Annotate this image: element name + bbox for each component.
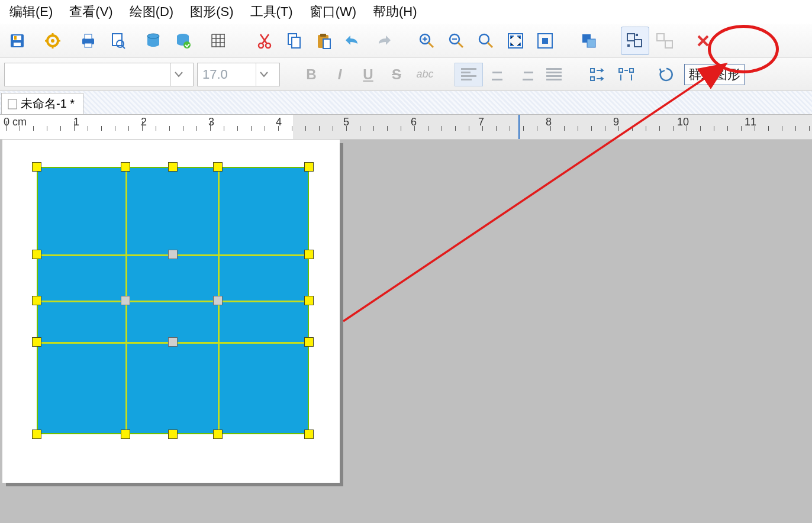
underline-button[interactable]: U: [354, 63, 382, 86]
selection-handle[interactable]: [304, 430, 314, 439]
svg-rect-61: [8, 99, 17, 109]
svg-rect-59: [619, 69, 623, 72]
chevron-down-icon[interactable]: [170, 63, 186, 86]
selection-handle[interactable]: [304, 337, 314, 347]
selection-handle[interactable]: [168, 430, 178, 439]
zoom-out-icon[interactable]: [442, 27, 471, 55]
print-preview-icon[interactable]: [104, 27, 132, 55]
cut-icon[interactable]: [250, 27, 279, 55]
menu-tools[interactable]: 工具(T): [242, 1, 301, 23]
menu-draw[interactable]: 绘图(D): [121, 1, 182, 23]
selection-handle[interactable]: [213, 162, 223, 172]
inner-handle[interactable]: [121, 296, 130, 305]
database-icon[interactable]: [139, 27, 167, 55]
text-effects-button[interactable]: abc: [411, 63, 439, 86]
align-center-icon[interactable]: [483, 63, 511, 86]
bold-button[interactable]: B: [297, 63, 326, 86]
redo-icon[interactable]: [369, 27, 397, 55]
zoom-selection-icon[interactable]: [531, 27, 559, 55]
svg-line-15: [123, 46, 125, 49]
svg-rect-57: [591, 69, 594, 72]
svg-rect-55: [657, 34, 664, 41]
svg-rect-58: [591, 77, 594, 80]
database-refresh-icon[interactable]: [169, 27, 197, 55]
selection-handle[interactable]: [304, 162, 314, 172]
align-justify-icon[interactable]: [540, 63, 568, 86]
main-toolbar: [0, 24, 812, 58]
svg-rect-60: [630, 69, 633, 72]
svg-rect-2: [14, 43, 21, 46]
font-name-input[interactable]: [5, 67, 170, 82]
strikethrough-button[interactable]: S: [382, 63, 411, 86]
gear-icon[interactable]: [38, 27, 67, 55]
inner-handle[interactable]: [168, 250, 178, 259]
document-tab[interactable]: 未命名-1 *: [1, 93, 83, 114]
selection-handle[interactable]: [121, 430, 130, 439]
zoom-fit-icon[interactable]: [501, 27, 530, 55]
selection-handle[interactable]: [304, 250, 314, 259]
paste-icon[interactable]: [310, 27, 338, 55]
align-left-icon[interactable]: [455, 63, 483, 86]
rotate-icon[interactable]: [652, 63, 681, 86]
document-tab-label: 未命名-1 *: [21, 96, 75, 112]
svg-rect-33: [292, 37, 300, 48]
menu-help[interactable]: 帮助(H): [365, 1, 426, 23]
horizontal-ruler[interactable]: 0 cm 1 2 3 4 5 6 7 8 9 10 11: [0, 115, 812, 140]
svg-rect-3: [14, 36, 17, 40]
ruler-guide-marker: [518, 115, 520, 139]
print-icon[interactable]: [74, 27, 102, 55]
document-tab-strip: 未命名-1 *: [0, 91, 812, 115]
font-name-combo[interactable]: [4, 63, 194, 86]
selection-handle[interactable]: [32, 430, 41, 439]
distribute-vertical-icon[interactable]: [612, 63, 640, 86]
selection-handle[interactable]: [213, 430, 223, 439]
save-icon[interactable]: [3, 27, 31, 55]
zoom-icon[interactable]: [472, 27, 500, 55]
selection-handle[interactable]: [32, 296, 41, 305]
selection-handle[interactable]: [168, 162, 178, 172]
svg-rect-35: [320, 34, 326, 37]
menu-window[interactable]: 窗口(W): [301, 1, 365, 23]
copy-icon[interactable]: [280, 27, 308, 55]
svg-line-38: [428, 43, 433, 47]
svg-rect-52: [634, 40, 642, 47]
svg-rect-50: [587, 39, 595, 47]
menu-edit[interactable]: 编辑(E): [1, 1, 61, 23]
menu-shape[interactable]: 图形(S): [182, 1, 241, 23]
selection-handle[interactable]: [304, 296, 314, 305]
selection-handle[interactable]: [32, 337, 41, 347]
selection-handle[interactable]: [121, 162, 130, 172]
menu-view[interactable]: 查看(V): [61, 1, 121, 23]
svg-rect-56: [665, 41, 672, 48]
inner-handle[interactable]: [168, 337, 178, 347]
drawing-canvas[interactable]: [0, 140, 812, 523]
italic-button[interactable]: I: [326, 63, 354, 86]
grid-toggle-icon[interactable]: [204, 27, 233, 55]
svg-rect-54: [627, 44, 630, 47]
ruler-label-0: 0 cm: [4, 116, 27, 128]
selection-handle[interactable]: [32, 162, 41, 172]
ruler-label: 6: [411, 116, 417, 128]
chevron-down-icon[interactable]: [256, 63, 271, 86]
undo-icon[interactable]: [339, 27, 368, 55]
font-size-combo[interactable]: [197, 63, 280, 86]
ungroup-icon[interactable]: [650, 27, 679, 55]
group-icon[interactable]: [621, 27, 649, 55]
svg-point-5: [51, 39, 54, 43]
inner-handle[interactable]: [213, 296, 223, 305]
distribute-horizontal-icon[interactable]: [584, 63, 612, 86]
menubar: 编辑(E) 查看(V) 绘图(D) 图形(S) 工具(T) 窗口(W) 帮助(H…: [0, 0, 812, 24]
bring-front-icon[interactable]: [575, 27, 603, 55]
page: [2, 140, 340, 483]
selected-shape-group[interactable]: [37, 167, 309, 434]
group-shapes-tooltip: 群组图形: [684, 64, 745, 85]
svg-line-45: [488, 43, 492, 47]
selection-handle[interactable]: [32, 250, 41, 259]
font-size-input[interactable]: [198, 67, 256, 82]
format-toolbar: B I U S abc 群组图形: [0, 58, 812, 91]
align-right-icon[interactable]: [511, 63, 540, 86]
zoom-in-icon[interactable]: [413, 27, 441, 55]
svg-rect-36: [323, 39, 330, 49]
svg-rect-11: [85, 34, 92, 39]
delete-icon[interactable]: [689, 27, 717, 55]
